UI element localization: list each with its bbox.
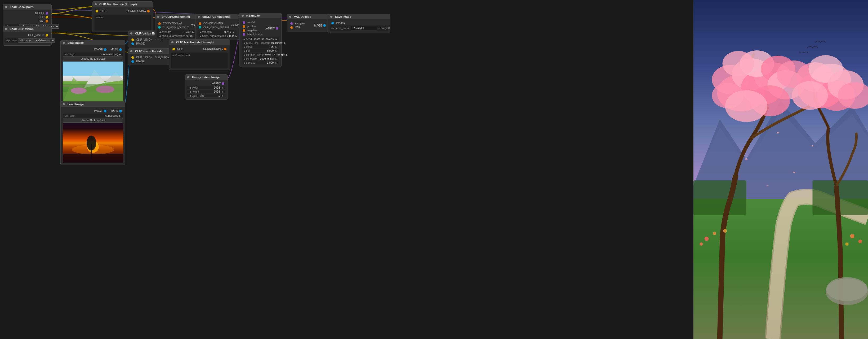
ks-control-prev[interactable]: ◀ — [243, 41, 246, 44]
ks-scheduler-label: scheduler — [246, 57, 259, 60]
uc1-strength-next[interactable]: ▶ — [191, 31, 195, 33]
load-checkpoint-title: Load Checkpoint — [10, 5, 33, 8]
ks-scheduler-next[interactable]: ▶ — [275, 58, 278, 60]
uc1-cvo-port — [158, 26, 161, 29]
ks-control-row: ◀ control_after_generate randomize ▶ — [242, 41, 279, 45]
uc2-strength-label: strength — [202, 30, 223, 33]
svg-point-24 — [722, 51, 754, 76]
uc1-strength-row: ◀ strength 0.750 ▶ — [157, 30, 196, 34]
conditioning-output-row-1: CONDITIONING — [125, 9, 151, 13]
sunset-svg — [63, 123, 123, 163]
ks-neg-label: negative — [247, 29, 257, 32]
choose-file-btn-2[interactable]: choose file to upload — [63, 118, 123, 122]
ks-steps-row: ◀ steps 26 ▶ — [242, 45, 279, 49]
uc2-strength-val: 0.750 — [223, 30, 232, 33]
svg-point-45 — [713, 232, 716, 235]
svg-rect-11 — [63, 153, 123, 163]
el-height-label: height — [192, 90, 213, 93]
cv-input-label-1: CLIP_VISION — [136, 38, 153, 41]
svg-point-47 — [700, 243, 703, 246]
el-width-prev[interactable]: ◀ — [188, 86, 192, 89]
clip-name-select[interactable]: clip_vision_g.safetensors — [18, 38, 55, 43]
ks-control-label: control_after_generate — [246, 41, 270, 44]
el-width-row: ◀ width 1024 ▶ — [187, 86, 225, 89]
prev-image-btn-2[interactable]: ◀ — [64, 115, 67, 117]
ksampler-node: KSampler model positive negative — [239, 13, 282, 67]
uc2-noise-next[interactable]: ▶ — [235, 35, 238, 37]
model-output-row: MODEL — [5, 11, 49, 15]
load-image-2-header: Load Image — [61, 102, 125, 107]
ks-scheduler-prev[interactable]: ◀ — [243, 58, 246, 60]
cv-input-row-2: CLIP_VISION — [130, 55, 154, 59]
next-image-btn-1[interactable]: ▶ — [118, 53, 122, 56]
unclipcond-1-header: unCLIPConditioning — [155, 14, 198, 19]
ks-denoise-row: ◀ denoise 1.000 ▶ — [242, 61, 279, 64]
uc1-noise-label: noise_augmentation — [162, 34, 185, 37]
vd-vae-port — [290, 26, 293, 29]
uc2-cond-label: CONDITIONING — [204, 22, 223, 25]
uc1-strength-label: strength — [162, 30, 183, 33]
el-batch-row: ◀ batch_size 1 ▶ — [187, 94, 225, 97]
el-height-prev[interactable]: ◀ — [188, 90, 192, 93]
uc1-strength-prev[interactable]: ◀ — [158, 31, 162, 33]
clip-vision-encode-2-header: CLIP Vision Encode — [128, 49, 170, 54]
ks-seed-prev[interactable]: ◀ — [243, 38, 246, 40]
empty-latent-node: Empty Latent Image LATENT ◀ width 1024 ▶… — [185, 74, 228, 100]
uc2-noise-val: 0.000 — [226, 34, 235, 37]
ks-seed-next[interactable]: ▶ — [275, 38, 278, 40]
ks-cfg-prev[interactable]: ◀ — [243, 50, 246, 52]
clip-name-label: clip_name — [6, 39, 17, 42]
ks-sampler-prev[interactable]: ◀ — [243, 54, 246, 56]
ks-sampler-next[interactable]: ▶ — [285, 54, 289, 56]
vd-output-port — [323, 24, 326, 27]
image-filename-label-1: image — [67, 53, 101, 56]
unclipcond-1-node: unCLIPConditioning CONDITIONING CLIP_VIS… — [155, 14, 198, 40]
ks-denoise-prev[interactable]: ◀ — [243, 61, 246, 64]
el-batch-next[interactable]: ▶ — [221, 94, 224, 97]
uc2-strength-prev[interactable]: ◀ — [199, 31, 202, 33]
model-output-label: MODEL — [35, 12, 44, 15]
ks-control-next[interactable]: ▶ — [283, 41, 287, 44]
el-batch-prev[interactable]: ◀ — [188, 94, 192, 97]
mask-output-label-2: MASK — [111, 110, 118, 112]
uc1-noise-prev[interactable]: ◀ — [158, 35, 162, 37]
el-output-label: LATENT — [211, 82, 221, 85]
next-image-btn-2[interactable]: ▶ — [118, 115, 122, 117]
ks-seed-label: seed — [246, 38, 253, 40]
ks-denoise-label: denoise — [246, 61, 266, 64]
sunset-preview — [63, 123, 123, 163]
ks-steps-val: 26 — [270, 45, 275, 48]
ks-cfg-val: 8.000 — [266, 49, 275, 52]
ks-neg-row: negative — [242, 28, 264, 32]
image-output-row-2: IMAGE — [93, 109, 107, 113]
ks-steps-next[interactable]: ▶ — [275, 46, 278, 48]
ks-cfg-next[interactable]: ▶ — [275, 50, 278, 52]
ks-denoise-next[interactable]: ▶ — [275, 61, 278, 64]
empty-latent-header: Empty Latent Image — [185, 75, 227, 80]
ks-steps-prev[interactable]: ◀ — [243, 46, 246, 48]
uc2-cvo-port — [199, 26, 201, 29]
cv-image-label-1: IMAGE — [136, 42, 145, 45]
empty-latent-title: Empty Latent Image — [192, 76, 220, 79]
el-width-next[interactable]: ▶ — [221, 86, 224, 89]
cv-input-port-1 — [131, 38, 134, 41]
image-filename-label-2: image — [67, 114, 105, 117]
vd-samples-row: samples — [289, 22, 306, 25]
uc2-strength-next[interactable]: ▶ — [232, 31, 236, 33]
load-image-1-header: Load Image — [61, 40, 125, 45]
svg-point-50 — [845, 243, 849, 246]
clip-output-row: CLIP — [5, 15, 49, 19]
prev-image-btn-1[interactable]: ◀ — [64, 53, 67, 56]
el-height-next[interactable]: ▶ — [221, 90, 224, 93]
ks-pos-row: positive — [242, 24, 264, 28]
ks-model-port — [243, 21, 245, 24]
ks-output-port — [276, 27, 278, 30]
choose-file-btn-1[interactable]: choose file to upload — [63, 57, 123, 61]
mountain-svg — [63, 61, 123, 103]
si-filename-input[interactable] — [351, 26, 377, 30]
ks-scheduler-val: exponential — [259, 57, 275, 60]
el-batch-val: 1 — [217, 94, 221, 97]
uc2-noise-prev[interactable]: ◀ — [199, 35, 202, 37]
conditioning-output-port-2 — [224, 48, 226, 50]
si-filename-label: filename_prefix — [331, 27, 349, 30]
